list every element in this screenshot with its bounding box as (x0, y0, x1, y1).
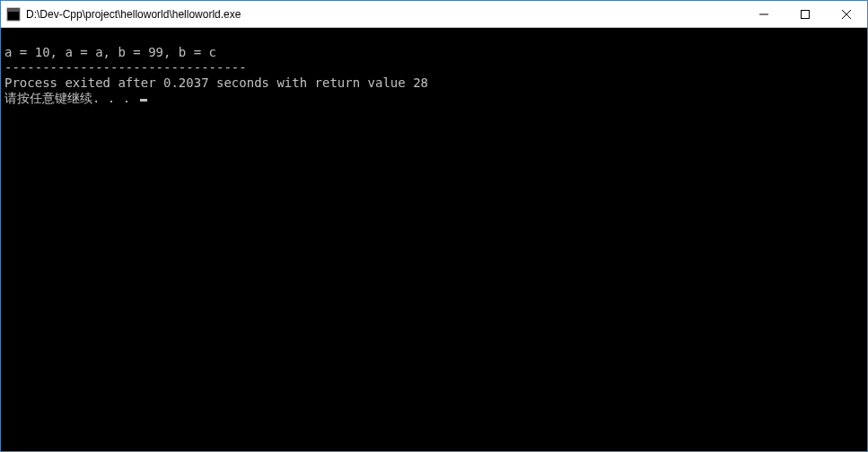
minimize-button[interactable] (743, 1, 785, 27)
output-separator: -------------------------------- (4, 60, 864, 75)
window-controls (743, 1, 867, 27)
app-icon (6, 7, 21, 22)
titlebar[interactable]: D:\Dev-Cpp\project\helloworld\helloworld… (1, 1, 867, 28)
output-exit-status: Process exited after 0.2037 seconds with… (4, 75, 864, 91)
console-output[interactable]: a = 10, a = a, b = 99, b = c------------… (1, 28, 867, 451)
svg-rect-3 (802, 10, 810, 18)
close-icon (842, 10, 851, 19)
output-line: a = 10, a = a, b = 99, b = c (4, 45, 864, 60)
maximize-icon (801, 10, 810, 19)
svg-rect-1 (8, 9, 19, 12)
window-title: D:\Dev-Cpp\project\helloworld\helloworld… (26, 8, 743, 21)
maximize-button[interactable] (785, 1, 826, 27)
cursor (140, 99, 147, 102)
output-prompt: 请按任意键继续. . . (4, 91, 138, 105)
minimize-icon (759, 10, 768, 19)
close-button[interactable] (826, 1, 867, 27)
